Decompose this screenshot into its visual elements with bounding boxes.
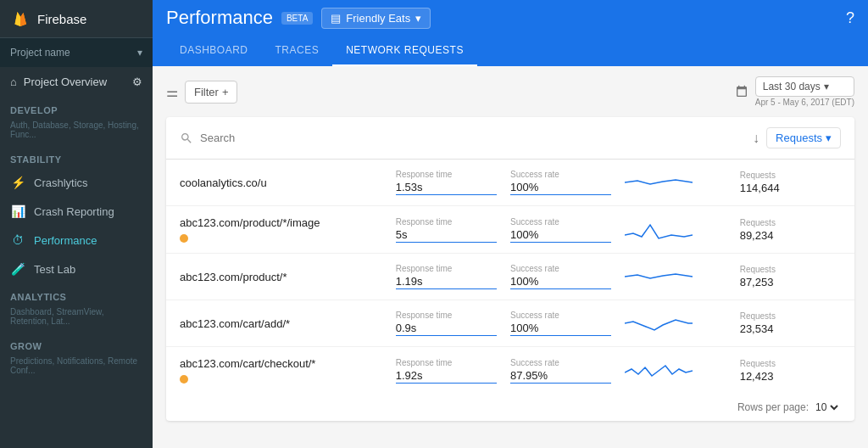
sidebar-item-test-lab[interactable]: 🧪 Test Lab: [0, 255, 153, 283]
success-rate-value: 100%: [510, 181, 611, 195]
row-url: abc123.com/cart/checkout/*: [180, 357, 382, 384]
develop-section-sub: Auth, Database, Storage, Hosting, Func..…: [0, 119, 153, 146]
success-rate-col: Success rate 100%: [510, 311, 611, 336]
date-range: Last 30 days ▾ Apr 5 - May 6, 2017 (EDT): [735, 76, 854, 107]
success-rate-col: Success rate 100%: [510, 264, 611, 289]
url-text: abc123.com/cart/add/*: [180, 317, 290, 330]
rows-per-page-select[interactable]: 10 25 50: [812, 400, 841, 414]
tab-traces[interactable]: TRACES: [262, 36, 333, 66]
page-title: Performance: [166, 7, 273, 29]
response-time-col: Response time 1.92s: [396, 358, 497, 384]
url-text: coolanalytics.co/u: [180, 176, 267, 189]
table-row[interactable]: abc123.com/product/* Response time 1.19s…: [166, 254, 854, 300]
chart-col: [625, 359, 726, 383]
warning-indicator: [180, 234, 188, 243]
requests-label: Requests: [740, 218, 776, 227]
sidebar: Firebase Project name ▾ ⌂ Project Overvi…: [0, 0, 153, 448]
table-row[interactable]: abc123.com/cart/add/* Response time 0.9s…: [166, 300, 854, 347]
requests-value: 12,423: [740, 370, 774, 383]
sidebar-item-crash-reporting[interactable]: 📊 Crash Reporting: [0, 197, 153, 226]
tab-network-requests[interactable]: NETWORK REQUESTS: [332, 36, 477, 66]
date-range-label: Last 30 days: [763, 81, 821, 92]
table-row[interactable]: abc123.com/cart/checkout/* Response time…: [166, 347, 854, 394]
nav-icon: 📊: [10, 204, 25, 219]
date-range-button[interactable]: Last 30 days ▾: [755, 76, 854, 97]
success-rate-col: Success rate 100%: [510, 170, 611, 195]
requests-col: Requests 12,423: [740, 359, 841, 383]
app-name: Firebase: [37, 12, 86, 26]
date-sub-text: Apr 5 - May 6, 2017 (EDT): [755, 98, 854, 107]
overview-label: Project Overview: [24, 76, 107, 88]
requests-filter-label: Requests: [776, 132, 822, 144]
rows-per-page: Rows per page: 10 25 50: [737, 400, 841, 414]
response-time-col: Response time 5s: [396, 217, 497, 243]
response-time-col: Response time 1.19s: [396, 264, 497, 289]
table-row[interactable]: abc123.com/product/*/image Response time…: [166, 206, 854, 254]
sidebar-overview[interactable]: ⌂ Project Overview ⚙: [0, 67, 153, 97]
response-time-label: Response time: [396, 170, 497, 179]
sidebar-item-crashlytics[interactable]: ⚡ Crashlytics: [0, 168, 153, 197]
filter-left: ⚌ Filter +: [166, 81, 237, 104]
sidebar-item-performance[interactable]: ⏱ Performance: [0, 226, 153, 255]
project-name: Project name: [10, 47, 70, 59]
row-url: coolanalytics.co/u: [180, 176, 382, 189]
data-table: ↓ Requests ▾ coolanalytics.co/u Response…: [166, 117, 854, 421]
requests-col: Requests 87,253: [740, 265, 841, 288]
response-time-label: Response time: [396, 358, 497, 367]
firebase-logo-icon: [10, 8, 31, 29]
response-time-value: 0.9s: [396, 322, 497, 336]
help-button[interactable]: ?: [846, 9, 854, 27]
nav-label: Crashlytics: [34, 176, 88, 189]
response-time-label: Response time: [396, 217, 497, 227]
rows-per-page-label: Rows per page:: [737, 401, 809, 413]
filter-button[interactable]: Filter +: [185, 81, 237, 104]
nav-label: Test Lab: [34, 263, 75, 276]
row-url: abc123.com/product/*: [180, 271, 382, 283]
sidebar-logo: Firebase: [0, 0, 153, 38]
row-url: abc123.com/cart/add/*: [180, 317, 382, 330]
topbar: Performance BETA ▤ Friendly Eats ▾ ?: [153, 0, 868, 36]
response-time-value: 1.53s: [396, 181, 497, 195]
search-icon: [180, 132, 193, 145]
app-selector[interactable]: ▤ Friendly Eats ▾: [321, 8, 431, 29]
pagination: Rows per page: 10 25 50: [166, 394, 854, 421]
success-rate-label: Success rate: [510, 311, 611, 320]
app-selector-chevron: ▾: [415, 12, 421, 25]
success-rate-col: Success rate 100%: [510, 217, 611, 243]
develop-section-header: DEVELOP: [0, 97, 153, 119]
date-range-chevron: ▾: [824, 81, 829, 92]
search-input[interactable]: [200, 132, 746, 144]
calendar-icon: [735, 85, 748, 98]
requests-col: Requests 114,644: [740, 171, 841, 194]
requests-filter-button[interactable]: Requests ▾: [766, 127, 841, 148]
mini-chart: [625, 171, 693, 194]
tab-dashboard[interactable]: DASHBOARD: [166, 36, 262, 66]
chart-col: [625, 311, 726, 335]
response-time-value: 1.92s: [396, 369, 497, 384]
analytics-section-header: ANALYTICS: [0, 283, 153, 305]
nav-icon: 🧪: [10, 261, 25, 277]
date-range-info: Last 30 days ▾ Apr 5 - May 6, 2017 (EDT): [755, 76, 854, 107]
success-rate-label: Success rate: [510, 170, 611, 179]
requests-label: Requests: [740, 359, 776, 368]
table-row[interactable]: coolanalytics.co/u Response time 1.53s S…: [166, 160, 854, 206]
response-time-value: 1.19s: [396, 275, 497, 289]
home-icon: ⌂: [10, 76, 17, 88]
filter-label: Filter: [194, 86, 219, 98]
settings-icon[interactable]: ⚙: [132, 76, 142, 88]
help-icon: ?: [846, 9, 854, 26]
success-rate-value: 100%: [510, 322, 611, 336]
nav-label: Performance: [34, 234, 97, 247]
project-selector[interactable]: Project name ▾: [0, 38, 153, 67]
main-content: Performance BETA ▤ Friendly Eats ▾ ? DAS…: [153, 0, 868, 448]
requests-label: Requests: [740, 311, 776, 321]
chevron-down-icon: ▾: [137, 47, 142, 59]
app-selector-icon: ▤: [331, 12, 341, 25]
chart-col: [625, 265, 726, 288]
stability-nav: ⚡ Crashlytics 📊 Crash Reporting ⏱ Perfor…: [0, 168, 153, 283]
response-time-col: Response time 0.9s: [396, 311, 497, 336]
response-time-label: Response time: [396, 264, 497, 273]
data-rows: coolanalytics.co/u Response time 1.53s S…: [166, 160, 854, 394]
mini-chart: [625, 359, 693, 383]
sort-icon[interactable]: ↓: [753, 131, 760, 146]
